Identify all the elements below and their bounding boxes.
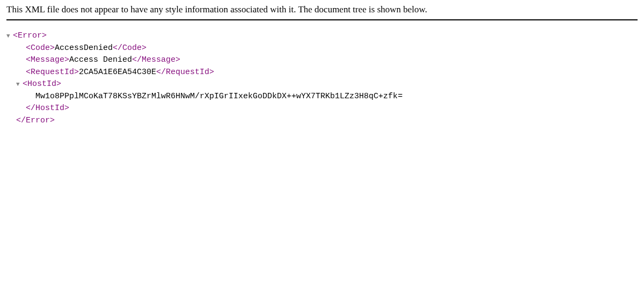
error-close-tag: </Error> xyxy=(16,115,55,127)
xml-style-notice: This XML file does not appear to have an… xyxy=(6,4,638,20)
requestid-close-tag: </RequestId> xyxy=(156,67,214,79)
requestid-line: <RequestId> 2CA5A1E6EA54C30E </RequestId… xyxy=(6,67,638,79)
requestid-value: 2CA5A1E6EA54C30E xyxy=(79,67,156,79)
collapse-toggle-icon[interactable]: ▼ xyxy=(6,32,13,41)
xml-tree: ▼ <Error> <Code> AccessDenied </Code> <M… xyxy=(6,30,638,127)
hostid-value: Mw1o8PPplMCoKaT78KSsYBZrMlwR6HNwM/rXpIGr… xyxy=(35,91,402,103)
collapse-toggle-icon[interactable]: ▼ xyxy=(16,80,23,89)
hostid-value-line: Mw1o8PPplMCoKaT78KSsYBZrMlwR6HNwM/rXpIGr… xyxy=(6,91,638,103)
hostid-close-line: </HostId> xyxy=(6,103,638,115)
message-close-tag: </Message> xyxy=(132,54,180,67)
error-close-line: </Error> xyxy=(6,115,638,127)
error-open-tag: <Error> xyxy=(13,30,47,42)
message-value: Access Denied xyxy=(69,54,132,67)
code-value: AccessDenied xyxy=(55,42,113,55)
hostid-open-line[interactable]: ▼ <HostId> xyxy=(6,78,638,91)
requestid-open-tag: <RequestId> xyxy=(26,67,79,79)
hostid-close-tag: </HostId> xyxy=(26,103,69,115)
code-line: <Code> AccessDenied </Code> xyxy=(6,42,638,55)
code-close-tag: </Code> xyxy=(113,42,147,55)
message-open-tag: <Message> xyxy=(26,54,69,67)
hostid-open-tag: <HostId> xyxy=(23,78,61,91)
message-line: <Message> Access Denied </Message> xyxy=(6,54,638,67)
error-open-line[interactable]: ▼ <Error> xyxy=(6,30,638,42)
code-open-tag: <Code> xyxy=(26,42,55,55)
